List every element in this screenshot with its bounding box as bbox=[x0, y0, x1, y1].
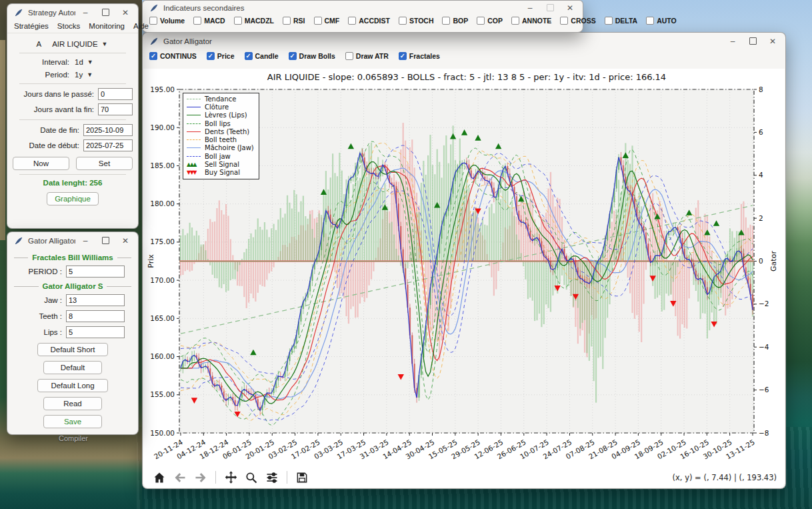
period-input[interactable] bbox=[66, 266, 125, 278]
svg-text:185.00: 185.00 bbox=[150, 161, 175, 169]
zoom-tool-icon[interactable] bbox=[243, 470, 259, 486]
home-tool-icon[interactable] bbox=[151, 470, 167, 486]
checkbox-unchecked-icon[interactable] bbox=[234, 17, 242, 25]
teeth-input[interactable] bbox=[66, 310, 125, 322]
default-short-button[interactable]: Default Short bbox=[37, 343, 108, 356]
indicator-checkbox-stoch[interactable]: STOCH bbox=[399, 17, 434, 25]
close-button[interactable]: ✕ bbox=[115, 6, 135, 19]
days-before-end-input[interactable] bbox=[98, 103, 133, 115]
close-button[interactable]: ✕ bbox=[115, 234, 135, 247]
default-long-button[interactable]: Default Long bbox=[37, 379, 108, 392]
indicator-checkbox-cmf[interactable]: CMF bbox=[314, 17, 340, 25]
background-text: Compiler bbox=[48, 434, 99, 442]
checkbox-checked-icon[interactable]: ✓ bbox=[207, 52, 215, 60]
checkbox-unchecked-icon[interactable] bbox=[348, 17, 356, 25]
menu-item-monitoring[interactable]: Monitoring bbox=[89, 22, 125, 30]
minimize-button[interactable]: – bbox=[723, 35, 743, 47]
menu-bar: StratégiesStocksMonitoringAide bbox=[7, 21, 138, 33]
indicator-checkbox-annote[interactable]: ANNOTE bbox=[511, 17, 551, 25]
chevron-down-icon: ▼ bbox=[87, 59, 93, 65]
chevron-down-icon: ▼ bbox=[87, 71, 93, 78]
close-button[interactable]: ✕ bbox=[560, 1, 580, 14]
pan-tool-icon[interactable] bbox=[223, 470, 239, 486]
legend-line-sample bbox=[187, 156, 201, 157]
indicator-checkbox-cross[interactable]: CROSS bbox=[560, 17, 595, 25]
svg-text:2: 2 bbox=[759, 214, 763, 222]
chart-checkbox-draw-bolls[interactable]: ✓Draw Bolls bbox=[289, 52, 335, 60]
read-button[interactable]: Read bbox=[43, 397, 102, 410]
chart-checkbox-draw-atr[interactable]: Draw ATR bbox=[345, 52, 389, 60]
minimize-button[interactable]: – bbox=[75, 234, 95, 247]
checkbox-unchecked-icon[interactable] bbox=[399, 17, 407, 25]
checkbox-unchecked-icon[interactable] bbox=[560, 17, 568, 25]
configure-tool-icon[interactable] bbox=[264, 470, 280, 486]
date-end-input[interactable] bbox=[83, 124, 133, 136]
graphique-button[interactable]: Graphique bbox=[47, 192, 99, 205]
checkbox-unchecked-icon[interactable] bbox=[477, 17, 485, 25]
maximize-button[interactable] bbox=[540, 1, 560, 14]
date-start-input[interactable] bbox=[83, 139, 133, 151]
minimize-button[interactable]: – bbox=[520, 1, 540, 14]
jaw-input[interactable] bbox=[66, 294, 125, 306]
menu-item-aide[interactable]: Aide bbox=[133, 22, 149, 30]
checkbox-unchecked-icon[interactable] bbox=[193, 17, 201, 25]
indicator-checkbox-accdist[interactable]: ACCDIST bbox=[348, 17, 390, 25]
maximize-button[interactable] bbox=[743, 35, 763, 47]
save-tool-icon[interactable] bbox=[294, 470, 310, 486]
maximize-button[interactable] bbox=[95, 234, 115, 247]
checkbox-checked-icon[interactable]: ✓ bbox=[289, 52, 297, 60]
checkbox-label: STOCH bbox=[409, 17, 434, 25]
checkbox-unchecked-icon[interactable] bbox=[314, 17, 322, 25]
indicator-checkbox-delta[interactable]: DELTA bbox=[605, 17, 637, 25]
indicator-checkbox-auto[interactable]: AUTO bbox=[646, 17, 677, 25]
checkbox-checked-icon[interactable]: ✓ bbox=[149, 52, 157, 60]
period-selector[interactable]: 1y ▼ bbox=[73, 70, 133, 79]
checkbox-unchecked-icon[interactable] bbox=[442, 17, 450, 25]
default-button[interactable]: Default bbox=[43, 361, 102, 374]
chart-checkbox-fractales[interactable]: ✓Fractales bbox=[399, 52, 440, 60]
now-button[interactable]: Now bbox=[13, 157, 69, 170]
chart-checkbox-candle[interactable]: ✓Candle bbox=[245, 52, 279, 60]
past-days-input[interactable] bbox=[98, 88, 133, 100]
checkbox-unchecked-icon[interactable] bbox=[345, 52, 353, 60]
stock-selector[interactable]: AIR LIQUIDE ▼ bbox=[51, 39, 109, 49]
chart-checkbox-price[interactable]: ✓Price bbox=[207, 52, 235, 60]
checkbox-unchecked-icon[interactable] bbox=[149, 17, 157, 25]
checkbox-unchecked-icon[interactable] bbox=[283, 17, 291, 25]
indicator-checkbox-macdzl[interactable]: MACDZL bbox=[234, 17, 274, 25]
window-title: Strategy Automat... bbox=[28, 9, 75, 17]
legend-label: Boll teeth bbox=[205, 136, 237, 143]
cursor-coordinates: (x, y) = (, 7.44) | (, 193.43) bbox=[673, 473, 777, 482]
chart-checkbox-continus[interactable]: ✓CONTINUS bbox=[149, 52, 197, 60]
checkbox-unchecked-icon[interactable] bbox=[511, 17, 519, 25]
toolbar-separator bbox=[215, 471, 216, 484]
checkbox-checked-icon[interactable]: ✓ bbox=[245, 52, 253, 60]
indicator-checkbox-rsi[interactable]: RSI bbox=[283, 17, 305, 25]
checkbox-checked-icon[interactable]: ✓ bbox=[399, 52, 407, 60]
back-tool-icon[interactable] bbox=[172, 470, 188, 486]
legend-line-sample bbox=[187, 147, 201, 148]
close-button[interactable]: ✕ bbox=[763, 35, 783, 47]
set-button[interactable]: Set bbox=[76, 157, 133, 170]
checkbox-unchecked-icon[interactable] bbox=[605, 17, 613, 25]
legend-label: Boll jaw bbox=[205, 153, 231, 160]
minimize-button[interactable]: – bbox=[75, 6, 95, 19]
svg-text:150.00: 150.00 bbox=[150, 429, 175, 437]
svg-text:−4: −4 bbox=[759, 343, 769, 351]
indicator-checkbox-cop[interactable]: COP bbox=[477, 17, 503, 25]
save-button[interactable]: Save bbox=[43, 415, 102, 428]
checkbox-unchecked-icon[interactable] bbox=[646, 17, 654, 25]
indicator-checkbox-bop[interactable]: BOP bbox=[442, 17, 468, 25]
menu-item-stocks[interactable]: Stocks bbox=[57, 22, 81, 30]
stock-prefix-label: A bbox=[37, 40, 42, 48]
interval-selector[interactable]: 1d ▼ bbox=[73, 57, 133, 67]
svg-text:165.00: 165.00 bbox=[150, 314, 175, 322]
forward-tool-icon[interactable] bbox=[193, 470, 209, 486]
lips-input[interactable] bbox=[66, 326, 125, 338]
menu-item-stratégies[interactable]: Stratégies bbox=[14, 22, 49, 30]
maximize-button[interactable] bbox=[95, 6, 115, 19]
indicator-checkbox-volume[interactable]: Volume bbox=[149, 17, 185, 25]
checkbox-label: COP bbox=[487, 17, 503, 25]
indicator-checkbox-macd[interactable]: MACD bbox=[193, 17, 225, 25]
fractales-group-label: Fractales Bill Williams bbox=[14, 253, 131, 262]
